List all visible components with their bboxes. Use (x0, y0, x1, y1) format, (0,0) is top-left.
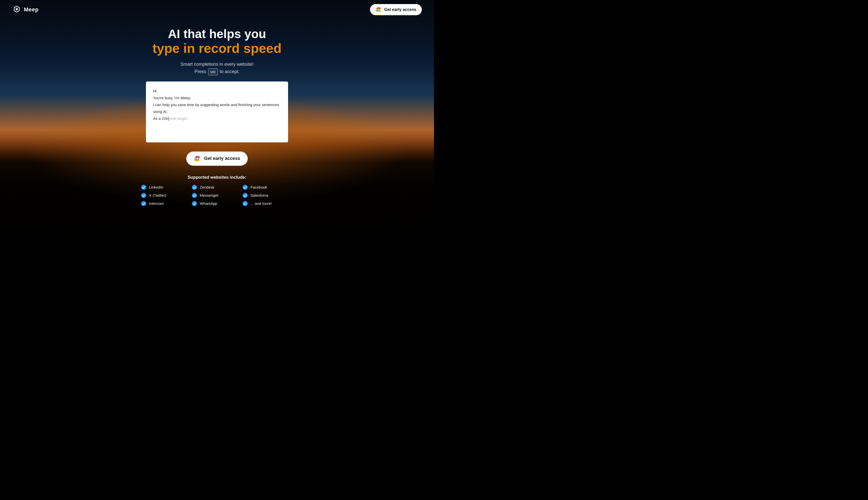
check-icon-twitter (141, 193, 147, 198)
svg-point-2 (378, 9, 379, 10)
svg-point-9 (141, 193, 146, 198)
svg-point-11 (243, 193, 248, 198)
hero-section: AI that helps you type in record speed S… (152, 27, 282, 76)
tab-key: tab (208, 68, 218, 76)
check-icon-intercom (141, 201, 147, 206)
check-icon-messenger (192, 193, 197, 198)
supported-item-zendesk: Zendesk (192, 184, 242, 190)
main-cta-label: Get early access (204, 156, 240, 161)
demo-line-3: I can help you save time by suggesting w… (153, 101, 281, 115)
supported-label-intercom: Intercom (149, 201, 164, 206)
main-cta-wrapper: Get early access (186, 151, 248, 166)
svg-point-7 (192, 185, 197, 190)
meep-logo-icon (12, 5, 21, 14)
svg-point-6 (141, 185, 146, 190)
navbar: Meep Get early access (0, 0, 434, 19)
supported-label-twitter: X (Twitter) (149, 193, 166, 197)
svg-point-14 (243, 201, 248, 206)
demo-line-4: As a Chrome plugin (153, 115, 281, 122)
check-icon-salesforce (242, 193, 248, 198)
nav-cta-button[interactable]: Get early access (370, 4, 422, 15)
check-icon-facebook (242, 184, 248, 190)
svg-point-5 (197, 158, 198, 159)
demo-line-1: Hi (153, 88, 281, 94)
nav-cta-label: Get early access (384, 7, 416, 12)
svg-point-13 (192, 201, 197, 206)
supported-item-twitter: X (Twitter) (141, 193, 192, 198)
svg-point-8 (243, 185, 248, 190)
hero-title-accent: type in record speed (152, 41, 282, 56)
demo-line-2: You're busy. I'm Meep. (153, 94, 281, 101)
supported-label-more: ... and more! (251, 201, 272, 206)
chrome-icon-main (194, 155, 201, 162)
supported-label-zendesk: Zendesk (200, 185, 215, 189)
supported-item-messenger: Messenger (192, 193, 242, 198)
supported-section: Supported websites include: LinkedIn Zen… (141, 175, 293, 206)
check-icon-linkedin (141, 184, 147, 190)
main-cta-button[interactable]: Get early access (186, 151, 248, 166)
supported-label-linkedin: LinkedIn (149, 185, 163, 189)
supported-label-facebook: Facebook (251, 185, 267, 189)
supported-label-whatsapp: WhatsApp (200, 201, 217, 206)
logo-text: Meep (24, 6, 38, 13)
check-icon-whatsapp (192, 201, 197, 206)
supported-item-whatsapp: WhatsApp (192, 201, 242, 206)
supported-item-salesforce: Salesforce (242, 193, 293, 198)
svg-point-10 (192, 193, 197, 198)
supported-title: Supported websites include: (187, 175, 246, 180)
supported-label-messenger: Messenger (200, 193, 218, 197)
hero-subtitle: Smart completions in every website! Pres… (181, 61, 253, 76)
supported-item-intercom: Intercom (141, 201, 192, 206)
demo-suggestion: ome plugin (169, 116, 187, 121)
supported-label-salesforce: Salesforce (251, 193, 269, 197)
check-icon-zendesk (192, 184, 197, 190)
logo: Meep (12, 5, 38, 14)
check-icon-more (242, 201, 248, 206)
supported-item-facebook: Facebook (242, 184, 293, 190)
svg-point-12 (141, 201, 146, 206)
supported-item-more: ... and more! (242, 201, 293, 206)
supported-item-linkedin: LinkedIn (141, 184, 192, 190)
hero-title: AI that helps you type in record speed (152, 27, 282, 56)
demo-textarea[interactable]: Hi You're busy. I'm Meep. I can help you… (146, 81, 288, 143)
chrome-icon (376, 7, 382, 13)
supported-grid: LinkedIn Zendesk Facebook (141, 184, 293, 206)
